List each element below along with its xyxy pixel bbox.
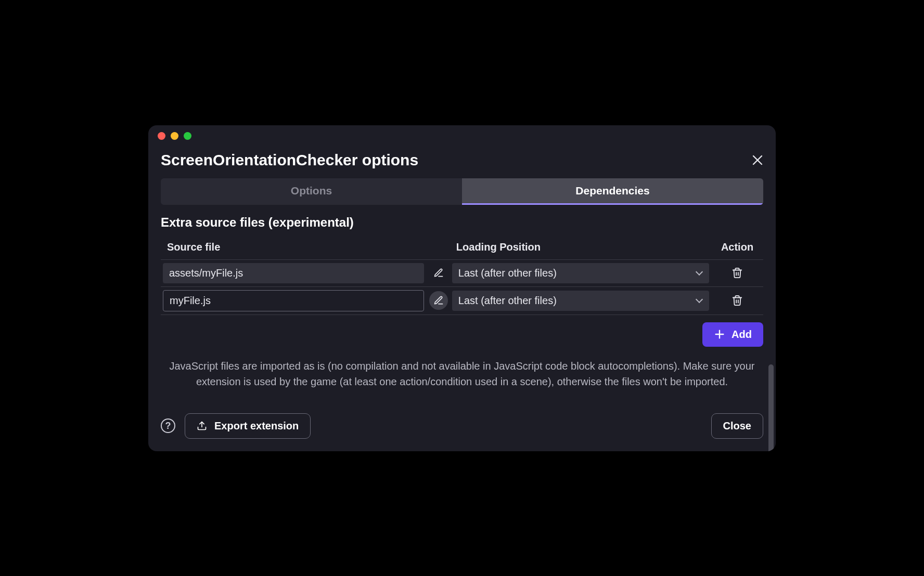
add-button[interactable]: Add bbox=[702, 322, 763, 347]
source-file-input[interactable] bbox=[163, 290, 424, 311]
edit-icon[interactable] bbox=[429, 291, 448, 310]
window-close-traffic[interactable] bbox=[158, 132, 165, 140]
export-extension-button[interactable]: Export extension bbox=[185, 413, 311, 439]
options-dialog: ScreenOrientationChecker options Options… bbox=[148, 125, 776, 451]
loading-position-select[interactable]: Last (after other files) bbox=[452, 291, 709, 311]
close-button[interactable]: Close bbox=[711, 413, 763, 439]
tab-bar: Options Dependencies bbox=[161, 178, 763, 205]
scrollbar-thumb[interactable] bbox=[768, 364, 774, 451]
delete-icon[interactable] bbox=[728, 264, 747, 282]
col-loading: Loading Position bbox=[450, 236, 711, 260]
close-button-label: Close bbox=[723, 420, 751, 432]
tab-options[interactable]: Options bbox=[161, 178, 462, 205]
edit-icon[interactable] bbox=[429, 264, 448, 282]
table-row: Last (after other files) bbox=[161, 286, 763, 315]
dialog-title: ScreenOrientationChecker options bbox=[161, 151, 418, 169]
help-icon[interactable]: ? bbox=[161, 418, 175, 433]
source-file-input[interactable] bbox=[163, 263, 424, 283]
col-action: Action bbox=[711, 236, 763, 260]
help-text: JavaScript files are imported as is (no … bbox=[148, 351, 776, 407]
section-heading: Extra source files (experimental) bbox=[148, 205, 776, 236]
window-minimize-traffic[interactable] bbox=[171, 132, 178, 140]
close-icon[interactable] bbox=[752, 154, 763, 166]
window-maximize-traffic[interactable] bbox=[184, 132, 191, 140]
window-titlebar bbox=[148, 125, 776, 147]
table-row: Last (after other files) bbox=[161, 259, 763, 286]
tab-dependencies[interactable]: Dependencies bbox=[462, 178, 763, 205]
col-source: Source file bbox=[161, 236, 450, 260]
dialog-header: ScreenOrientationChecker options bbox=[148, 147, 776, 178]
dialog-footer: ? Export extension Close bbox=[148, 407, 776, 451]
plus-icon bbox=[714, 329, 725, 340]
loading-position-select[interactable]: Last (after other files) bbox=[452, 263, 709, 283]
delete-icon[interactable] bbox=[728, 291, 747, 310]
source-files-table: Source file Loading Position Action bbox=[148, 236, 776, 315]
add-button-label: Add bbox=[732, 329, 752, 341]
upload-icon bbox=[197, 421, 207, 431]
export-button-label: Export extension bbox=[214, 420, 299, 432]
